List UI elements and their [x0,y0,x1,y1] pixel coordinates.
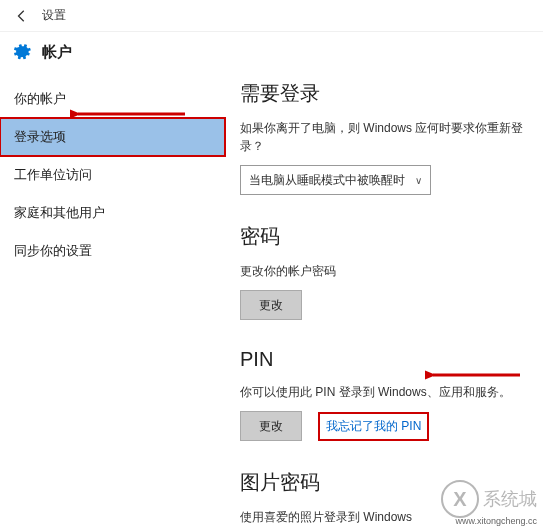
sidebar-item-family-users[interactable]: 家庭和其他用户 [0,194,225,232]
chevron-down-icon: ∨ [415,175,422,186]
dropdown-value: 当电脑从睡眠模式中被唤醒时 [249,172,405,189]
section-desc: 更改你的帐户密码 [240,262,528,280]
section-pin: PIN 你可以使用此 PIN 登录到 Windows、应用和服务。 更改 我忘记… [240,348,528,441]
section-title: 需要登录 [240,80,528,107]
section-password: 密码 更改你的帐户密码 更改 [240,223,528,320]
button-label: 更改 [259,297,283,314]
page-header: 帐户 [0,32,543,72]
sidebar-item-label: 工作单位访问 [14,166,92,184]
change-password-button[interactable]: 更改 [240,290,302,320]
section-require-signin: 需要登录 如果你离开了电脑，则 Windows 应何时要求你重新登录？ 当电脑从… [240,80,528,195]
change-pin-button[interactable]: 更改 [240,411,302,441]
sidebar-item-your-account[interactable]: 你的帐户 [0,80,225,118]
forgot-pin-link[interactable]: 我忘记了我的 PIN [320,414,427,439]
watermark-logo-icon: X [441,480,479,518]
watermark: X 系统城 [441,480,537,518]
sidebar-item-work-access[interactable]: 工作单位访问 [0,156,225,194]
button-label: 更改 [259,418,283,435]
gear-icon [12,42,32,62]
signin-timing-dropdown[interactable]: 当电脑从睡眠模式中被唤醒时 ∨ [240,165,431,195]
section-title: 密码 [240,223,528,250]
sidebar: 你的帐户 登录选项 工作单位访问 家庭和其他用户 同步你的设置 [0,72,225,526]
section-desc: 你可以使用此 PIN 登录到 Windows、应用和服务。 [240,383,528,401]
page-title: 帐户 [42,43,72,62]
watermark-url: www.xitongcheng.cc [455,516,537,526]
sidebar-item-label: 你的帐户 [14,90,66,108]
watermark-text: 系统城 [483,487,537,511]
section-desc: 如果你离开了电脑，则 Windows 应何时要求你重新登录？ [240,119,528,155]
back-button[interactable] [8,2,36,30]
sidebar-item-label: 家庭和其他用户 [14,204,105,222]
sidebar-item-label: 登录选项 [14,128,66,146]
sidebar-item-sync-settings[interactable]: 同步你的设置 [0,232,225,270]
content-area: 需要登录 如果你离开了电脑，则 Windows 应何时要求你重新登录？ 当电脑从… [225,72,543,526]
sidebar-item-signin-options[interactable]: 登录选项 [0,118,225,156]
window-title: 设置 [42,7,66,24]
section-title: PIN [240,348,528,371]
sidebar-item-label: 同步你的设置 [14,242,92,260]
